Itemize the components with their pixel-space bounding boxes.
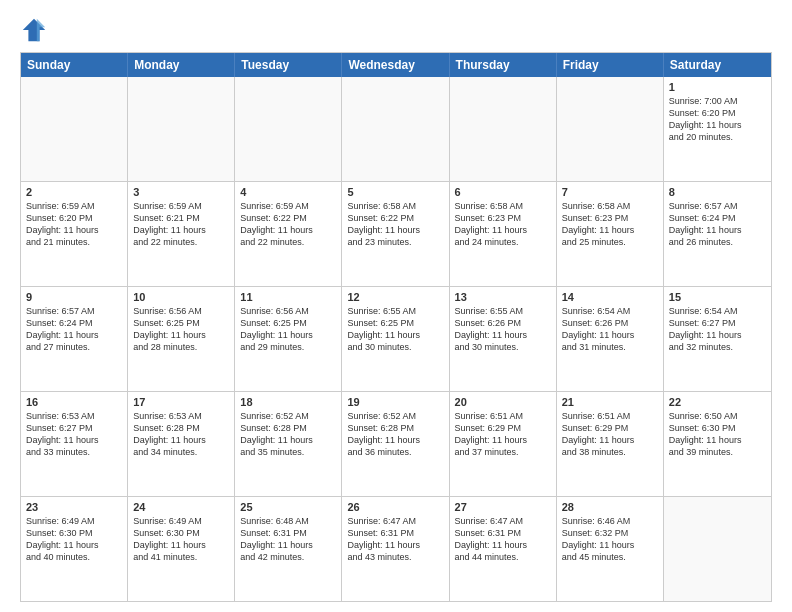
day-info: Sunrise: 6:52 AMSunset: 6:28 PMDaylight:… [347, 410, 443, 459]
empty-cell [450, 77, 557, 181]
day-number: 15 [669, 291, 766, 303]
day-number: 24 [133, 501, 229, 513]
day-number: 4 [240, 186, 336, 198]
header-day-friday: Friday [557, 53, 664, 77]
day-info: Sunrise: 6:48 AMSunset: 6:31 PMDaylight:… [240, 515, 336, 564]
day-number: 16 [26, 396, 122, 408]
day-cell-10: 10Sunrise: 6:56 AMSunset: 6:25 PMDayligh… [128, 287, 235, 391]
day-number: 3 [133, 186, 229, 198]
day-number: 27 [455, 501, 551, 513]
empty-cell [664, 497, 771, 601]
day-number: 7 [562, 186, 658, 198]
day-cell-3: 3Sunrise: 6:59 AMSunset: 6:21 PMDaylight… [128, 182, 235, 286]
day-cell-28: 28Sunrise: 6:46 AMSunset: 6:32 PMDayligh… [557, 497, 664, 601]
week-row-0: 1Sunrise: 7:00 AMSunset: 6:20 PMDaylight… [21, 77, 771, 182]
day-cell-23: 23Sunrise: 6:49 AMSunset: 6:30 PMDayligh… [21, 497, 128, 601]
day-info: Sunrise: 6:55 AMSunset: 6:25 PMDaylight:… [347, 305, 443, 354]
day-number: 8 [669, 186, 766, 198]
day-cell-12: 12Sunrise: 6:55 AMSunset: 6:25 PMDayligh… [342, 287, 449, 391]
header-day-saturday: Saturday [664, 53, 771, 77]
day-info: Sunrise: 6:58 AMSunset: 6:23 PMDaylight:… [455, 200, 551, 249]
day-cell-24: 24Sunrise: 6:49 AMSunset: 6:30 PMDayligh… [128, 497, 235, 601]
day-info: Sunrise: 6:59 AMSunset: 6:22 PMDaylight:… [240, 200, 336, 249]
day-cell-19: 19Sunrise: 6:52 AMSunset: 6:28 PMDayligh… [342, 392, 449, 496]
day-info: Sunrise: 6:53 AMSunset: 6:27 PMDaylight:… [26, 410, 122, 459]
day-number: 23 [26, 501, 122, 513]
day-number: 13 [455, 291, 551, 303]
day-number: 17 [133, 396, 229, 408]
day-number: 12 [347, 291, 443, 303]
day-cell-7: 7Sunrise: 6:58 AMSunset: 6:23 PMDaylight… [557, 182, 664, 286]
day-number: 1 [669, 81, 766, 93]
day-info: Sunrise: 6:54 AMSunset: 6:26 PMDaylight:… [562, 305, 658, 354]
day-info: Sunrise: 6:47 AMSunset: 6:31 PMDaylight:… [347, 515, 443, 564]
week-row-2: 9Sunrise: 6:57 AMSunset: 6:24 PMDaylight… [21, 287, 771, 392]
day-info: Sunrise: 6:52 AMSunset: 6:28 PMDaylight:… [240, 410, 336, 459]
day-info: Sunrise: 6:53 AMSunset: 6:28 PMDaylight:… [133, 410, 229, 459]
day-cell-15: 15Sunrise: 6:54 AMSunset: 6:27 PMDayligh… [664, 287, 771, 391]
day-cell-1: 1Sunrise: 7:00 AMSunset: 6:20 PMDaylight… [664, 77, 771, 181]
day-cell-21: 21Sunrise: 6:51 AMSunset: 6:29 PMDayligh… [557, 392, 664, 496]
day-info: Sunrise: 6:50 AMSunset: 6:30 PMDaylight:… [669, 410, 766, 459]
empty-cell [21, 77, 128, 181]
header-day-tuesday: Tuesday [235, 53, 342, 77]
header-day-wednesday: Wednesday [342, 53, 449, 77]
day-number: 20 [455, 396, 551, 408]
day-cell-17: 17Sunrise: 6:53 AMSunset: 6:28 PMDayligh… [128, 392, 235, 496]
empty-cell [342, 77, 449, 181]
day-number: 9 [26, 291, 122, 303]
day-cell-14: 14Sunrise: 6:54 AMSunset: 6:26 PMDayligh… [557, 287, 664, 391]
header-day-monday: Monday [128, 53, 235, 77]
day-info: Sunrise: 6:58 AMSunset: 6:22 PMDaylight:… [347, 200, 443, 249]
day-number: 14 [562, 291, 658, 303]
day-info: Sunrise: 6:56 AMSunset: 6:25 PMDaylight:… [240, 305, 336, 354]
empty-cell [557, 77, 664, 181]
calendar-header: SundayMondayTuesdayWednesdayThursdayFrid… [21, 53, 771, 77]
day-cell-5: 5Sunrise: 6:58 AMSunset: 6:22 PMDaylight… [342, 182, 449, 286]
day-info: Sunrise: 6:57 AMSunset: 6:24 PMDaylight:… [669, 200, 766, 249]
day-info: Sunrise: 6:54 AMSunset: 6:27 PMDaylight:… [669, 305, 766, 354]
day-info: Sunrise: 6:51 AMSunset: 6:29 PMDaylight:… [562, 410, 658, 459]
day-info: Sunrise: 7:00 AMSunset: 6:20 PMDaylight:… [669, 95, 766, 144]
day-cell-6: 6Sunrise: 6:58 AMSunset: 6:23 PMDaylight… [450, 182, 557, 286]
day-number: 19 [347, 396, 443, 408]
day-info: Sunrise: 6:49 AMSunset: 6:30 PMDaylight:… [26, 515, 122, 564]
day-info: Sunrise: 6:58 AMSunset: 6:23 PMDaylight:… [562, 200, 658, 249]
day-info: Sunrise: 6:46 AMSunset: 6:32 PMDaylight:… [562, 515, 658, 564]
day-cell-2: 2Sunrise: 6:59 AMSunset: 6:20 PMDaylight… [21, 182, 128, 286]
day-number: 5 [347, 186, 443, 198]
day-cell-13: 13Sunrise: 6:55 AMSunset: 6:26 PMDayligh… [450, 287, 557, 391]
header [20, 16, 772, 44]
day-cell-8: 8Sunrise: 6:57 AMSunset: 6:24 PMDaylight… [664, 182, 771, 286]
day-cell-25: 25Sunrise: 6:48 AMSunset: 6:31 PMDayligh… [235, 497, 342, 601]
day-cell-20: 20Sunrise: 6:51 AMSunset: 6:29 PMDayligh… [450, 392, 557, 496]
day-number: 28 [562, 501, 658, 513]
logo [20, 16, 52, 44]
empty-cell [128, 77, 235, 181]
day-cell-16: 16Sunrise: 6:53 AMSunset: 6:27 PMDayligh… [21, 392, 128, 496]
day-cell-27: 27Sunrise: 6:47 AMSunset: 6:31 PMDayligh… [450, 497, 557, 601]
day-info: Sunrise: 6:59 AMSunset: 6:20 PMDaylight:… [26, 200, 122, 249]
day-info: Sunrise: 6:49 AMSunset: 6:30 PMDaylight:… [133, 515, 229, 564]
calendar: SundayMondayTuesdayWednesdayThursdayFrid… [20, 52, 772, 602]
day-cell-11: 11Sunrise: 6:56 AMSunset: 6:25 PMDayligh… [235, 287, 342, 391]
week-row-3: 16Sunrise: 6:53 AMSunset: 6:27 PMDayligh… [21, 392, 771, 497]
day-cell-9: 9Sunrise: 6:57 AMSunset: 6:24 PMDaylight… [21, 287, 128, 391]
day-info: Sunrise: 6:55 AMSunset: 6:26 PMDaylight:… [455, 305, 551, 354]
day-number: 25 [240, 501, 336, 513]
day-number: 2 [26, 186, 122, 198]
day-cell-4: 4Sunrise: 6:59 AMSunset: 6:22 PMDaylight… [235, 182, 342, 286]
day-number: 10 [133, 291, 229, 303]
day-cell-22: 22Sunrise: 6:50 AMSunset: 6:30 PMDayligh… [664, 392, 771, 496]
day-cell-18: 18Sunrise: 6:52 AMSunset: 6:28 PMDayligh… [235, 392, 342, 496]
week-row-1: 2Sunrise: 6:59 AMSunset: 6:20 PMDaylight… [21, 182, 771, 287]
week-row-4: 23Sunrise: 6:49 AMSunset: 6:30 PMDayligh… [21, 497, 771, 601]
svg-marker-0 [23, 19, 45, 41]
day-number: 18 [240, 396, 336, 408]
day-number: 21 [562, 396, 658, 408]
day-info: Sunrise: 6:56 AMSunset: 6:25 PMDaylight:… [133, 305, 229, 354]
day-number: 6 [455, 186, 551, 198]
header-day-thursday: Thursday [450, 53, 557, 77]
day-number: 26 [347, 501, 443, 513]
day-info: Sunrise: 6:47 AMSunset: 6:31 PMDaylight:… [455, 515, 551, 564]
